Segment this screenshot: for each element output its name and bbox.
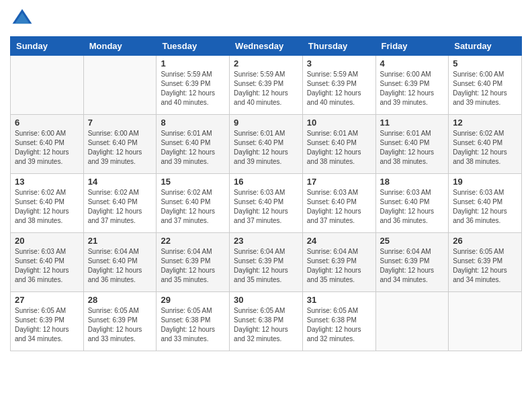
day-info: Sunrise: 6:02 AM Sunset: 6:40 PM Dayligh…	[161, 188, 225, 226]
calendar-day-cell	[449, 292, 522, 351]
calendar-day-cell: 29Sunrise: 6:05 AM Sunset: 6:38 PM Dayli…	[157, 292, 230, 351]
logo	[10, 7, 37, 31]
calendar-day-cell: 7Sunrise: 6:00 AM Sunset: 6:40 PM Daylig…	[83, 115, 157, 174]
calendar-day-cell: 6Sunrise: 6:00 AM Sunset: 6:40 PM Daylig…	[11, 115, 84, 174]
day-info: Sunrise: 6:03 AM Sunset: 6:40 PM Dayligh…	[234, 188, 298, 226]
day-info: Sunrise: 6:01 AM Sunset: 6:40 PM Dayligh…	[161, 129, 225, 167]
day-info: Sunrise: 6:00 AM Sunset: 6:40 PM Dayligh…	[453, 70, 517, 107]
calendar-day-cell: 3Sunrise: 5:59 AM Sunset: 6:39 PM Daylig…	[302, 56, 375, 115]
calendar-day-cell: 18Sunrise: 6:03 AM Sunset: 6:40 PM Dayli…	[375, 174, 449, 233]
calendar-day-cell: 31Sunrise: 6:05 AM Sunset: 6:38 PM Dayli…	[302, 292, 375, 351]
day-number: 7	[88, 118, 152, 128]
day-info: Sunrise: 6:02 AM Sunset: 6:40 PM Dayligh…	[453, 129, 517, 167]
calendar-day-cell: 20Sunrise: 6:03 AM Sunset: 6:40 PM Dayli…	[11, 233, 84, 292]
calendar-day-cell: 22Sunrise: 6:04 AM Sunset: 6:39 PM Dayli…	[157, 233, 230, 292]
day-info: Sunrise: 6:00 AM Sunset: 6:40 PM Dayligh…	[15, 129, 79, 167]
calendar-day-cell: 5Sunrise: 6:00 AM Sunset: 6:40 PM Daylig…	[449, 56, 522, 115]
calendar-day-cell: 15Sunrise: 6:02 AM Sunset: 6:40 PM Dayli…	[157, 174, 230, 233]
calendar-week-row: 20Sunrise: 6:03 AM Sunset: 6:40 PM Dayli…	[11, 233, 522, 292]
day-number: 29	[161, 295, 225, 305]
calendar-day-cell: 14Sunrise: 6:02 AM Sunset: 6:40 PM Dayli…	[83, 174, 157, 233]
calendar-day-header: Friday	[375, 37, 449, 56]
day-number: 8	[161, 118, 225, 128]
calendar-day-cell	[83, 56, 157, 115]
day-number: 11	[380, 118, 445, 128]
day-info: Sunrise: 6:01 AM Sunset: 6:40 PM Dayligh…	[380, 129, 445, 167]
calendar-day-cell: 8Sunrise: 6:01 AM Sunset: 6:40 PM Daylig…	[157, 115, 230, 174]
calendar-day-cell: 26Sunrise: 6:05 AM Sunset: 6:39 PM Dayli…	[449, 233, 522, 292]
day-number: 5	[453, 58, 517, 68]
day-number: 31	[307, 295, 371, 305]
day-info: Sunrise: 6:00 AM Sunset: 6:39 PM Dayligh…	[380, 70, 445, 107]
calendar-day-cell: 9Sunrise: 6:01 AM Sunset: 6:40 PM Daylig…	[230, 115, 303, 174]
calendar-day-header: Sunday	[11, 37, 84, 56]
logo-icon	[10, 7, 34, 31]
day-number: 20	[15, 236, 79, 246]
day-info: Sunrise: 6:03 AM Sunset: 6:40 PM Dayligh…	[453, 188, 517, 226]
calendar-day-cell: 13Sunrise: 6:02 AM Sunset: 6:40 PM Dayli…	[11, 174, 84, 233]
day-info: Sunrise: 6:04 AM Sunset: 6:39 PM Dayligh…	[234, 247, 298, 285]
day-number: 22	[161, 236, 225, 246]
day-number: 14	[88, 177, 152, 187]
calendar-day-cell: 12Sunrise: 6:02 AM Sunset: 6:40 PM Dayli…	[449, 115, 522, 174]
calendar-day-cell: 21Sunrise: 6:04 AM Sunset: 6:40 PM Dayli…	[83, 233, 157, 292]
calendar-day-cell: 28Sunrise: 6:05 AM Sunset: 6:39 PM Dayli…	[83, 292, 157, 351]
day-info: Sunrise: 6:02 AM Sunset: 6:40 PM Dayligh…	[88, 188, 152, 226]
calendar-day-header: Saturday	[449, 37, 522, 56]
day-info: Sunrise: 5:59 AM Sunset: 6:39 PM Dayligh…	[234, 70, 298, 107]
day-number: 2	[234, 58, 298, 68]
day-number: 1	[161, 58, 225, 68]
day-info: Sunrise: 6:05 AM Sunset: 6:39 PM Dayligh…	[15, 306, 79, 344]
day-info: Sunrise: 5:59 AM Sunset: 6:39 PM Dayligh…	[307, 70, 371, 107]
day-number: 27	[15, 295, 79, 305]
calendar-table: SundayMondayTuesdayWednesdayThursdayFrid…	[10, 36, 522, 351]
day-number: 6	[15, 118, 79, 128]
calendar-day-header: Tuesday	[157, 37, 230, 56]
day-info: Sunrise: 6:03 AM Sunset: 6:40 PM Dayligh…	[380, 188, 445, 226]
day-info: Sunrise: 6:04 AM Sunset: 6:39 PM Dayligh…	[161, 247, 225, 285]
day-info: Sunrise: 6:04 AM Sunset: 6:40 PM Dayligh…	[88, 247, 152, 285]
calendar-week-row: 13Sunrise: 6:02 AM Sunset: 6:40 PM Dayli…	[11, 174, 522, 233]
day-number: 17	[307, 177, 371, 187]
day-number: 4	[380, 58, 445, 68]
day-number: 13	[15, 177, 79, 187]
day-info: Sunrise: 6:05 AM Sunset: 6:39 PM Dayligh…	[453, 247, 517, 285]
calendar-day-cell: 24Sunrise: 6:04 AM Sunset: 6:39 PM Dayli…	[302, 233, 375, 292]
day-info: Sunrise: 6:01 AM Sunset: 6:40 PM Dayligh…	[307, 129, 371, 167]
day-number: 18	[380, 177, 445, 187]
day-info: Sunrise: 6:04 AM Sunset: 6:39 PM Dayligh…	[380, 247, 445, 285]
calendar-day-cell: 11Sunrise: 6:01 AM Sunset: 6:40 PM Dayli…	[375, 115, 449, 174]
day-info: Sunrise: 6:01 AM Sunset: 6:40 PM Dayligh…	[234, 129, 298, 167]
calendar-day-cell: 23Sunrise: 6:04 AM Sunset: 6:39 PM Dayli…	[230, 233, 303, 292]
day-info: Sunrise: 6:02 AM Sunset: 6:40 PM Dayligh…	[15, 188, 79, 226]
day-number: 15	[161, 177, 225, 187]
day-number: 10	[307, 118, 371, 128]
day-info: Sunrise: 6:05 AM Sunset: 6:38 PM Dayligh…	[234, 306, 298, 344]
calendar-header-row: SundayMondayTuesdayWednesdayThursdayFrid…	[11, 37, 522, 56]
calendar-day-cell: 17Sunrise: 6:03 AM Sunset: 6:40 PM Dayli…	[302, 174, 375, 233]
day-info: Sunrise: 6:03 AM Sunset: 6:40 PM Dayligh…	[307, 188, 371, 226]
day-number: 24	[307, 236, 371, 246]
day-number: 30	[234, 295, 298, 305]
calendar-day-cell: 10Sunrise: 6:01 AM Sunset: 6:40 PM Dayli…	[302, 115, 375, 174]
day-number: 23	[234, 236, 298, 246]
day-number: 25	[380, 236, 445, 246]
day-number: 16	[234, 177, 298, 187]
calendar-week-row: 6Sunrise: 6:00 AM Sunset: 6:40 PM Daylig…	[11, 115, 522, 174]
day-info: Sunrise: 5:59 AM Sunset: 6:39 PM Dayligh…	[161, 70, 225, 107]
day-info: Sunrise: 6:05 AM Sunset: 6:38 PM Dayligh…	[307, 306, 371, 344]
day-number: 28	[88, 295, 152, 305]
calendar-day-header: Wednesday	[230, 37, 303, 56]
day-info: Sunrise: 6:04 AM Sunset: 6:39 PM Dayligh…	[307, 247, 371, 285]
calendar-day-cell: 27Sunrise: 6:05 AM Sunset: 6:39 PM Dayli…	[11, 292, 84, 351]
day-number: 19	[453, 177, 517, 187]
calendar-week-row: 1Sunrise: 5:59 AM Sunset: 6:39 PM Daylig…	[11, 56, 522, 115]
calendar-day-cell: 25Sunrise: 6:04 AM Sunset: 6:39 PM Dayli…	[375, 233, 449, 292]
calendar-day-header: Monday	[83, 37, 157, 56]
calendar-day-cell: 19Sunrise: 6:03 AM Sunset: 6:40 PM Dayli…	[449, 174, 522, 233]
calendar-week-row: 27Sunrise: 6:05 AM Sunset: 6:39 PM Dayli…	[11, 292, 522, 351]
day-number: 3	[307, 58, 371, 68]
day-number: 12	[453, 118, 517, 128]
calendar-day-cell: 16Sunrise: 6:03 AM Sunset: 6:40 PM Dayli…	[230, 174, 303, 233]
day-number: 9	[234, 118, 298, 128]
